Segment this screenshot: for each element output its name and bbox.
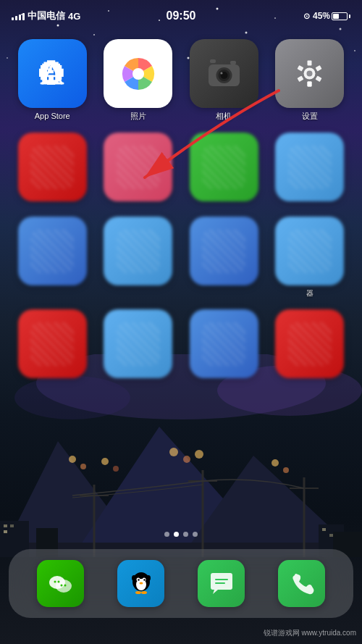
svg-point-20 xyxy=(272,459,279,467)
app-row4-2-icon xyxy=(104,309,172,378)
svg-point-87 xyxy=(132,575,136,581)
carrier-name: 中国电信 xyxy=(28,9,65,22)
svg-point-86 xyxy=(139,582,143,584)
svg-point-90 xyxy=(141,591,147,594)
app-row2-3-icon xyxy=(190,133,258,201)
status-right: ⊙ 45% xyxy=(303,11,350,21)
battery-fill xyxy=(333,14,339,19)
app-row3-3-icon xyxy=(190,217,258,285)
svg-rect-71 xyxy=(298,75,304,82)
appstore-svg: 🅐 xyxy=(34,56,70,92)
svg-rect-29 xyxy=(322,528,326,531)
app-row4-4[interactable] xyxy=(271,309,350,382)
app-row3-3[interactable] xyxy=(185,217,264,298)
svg-point-84 xyxy=(138,579,139,580)
page-dot-1 xyxy=(164,532,169,537)
battery-tip xyxy=(349,14,350,18)
settings-label: 设置 xyxy=(302,112,318,121)
app-row4-1[interactable] xyxy=(13,309,92,382)
status-bar: 中国电信 4G 09:50 ⊙ 45% xyxy=(0,0,362,32)
app-camera[interactable]: 相机 xyxy=(185,39,264,121)
app-row2-4-icon xyxy=(275,133,344,201)
signal-bar-1 xyxy=(12,17,14,20)
svg-point-14 xyxy=(80,464,86,469)
app-row2-1-icon xyxy=(18,133,87,201)
svg-point-85 xyxy=(143,579,145,580)
svg-rect-68 xyxy=(316,65,322,72)
watermark-text: 锐谱游戏网 www.ytruida.com xyxy=(264,629,356,637)
app-appstore[interactable]: 🅐 App Store xyxy=(13,39,92,121)
wechat-svg xyxy=(46,569,75,598)
svg-point-65 xyxy=(307,71,313,77)
app-row2-3[interactable] xyxy=(185,133,264,205)
page-dot-3 xyxy=(183,532,188,537)
svg-point-61 xyxy=(220,72,222,75)
svg-point-17 xyxy=(169,448,178,456)
photos-icon xyxy=(104,39,172,108)
battery-percent: 45% xyxy=(313,11,330,21)
app-row2-4[interactable] xyxy=(271,133,350,205)
app-photos[interactable]: 照片 xyxy=(99,39,178,121)
app-grid: 🅐 App Store xyxy=(0,32,362,389)
watermark: 锐谱游戏网 www.ytruida.com xyxy=(264,628,356,638)
signal-bars xyxy=(12,12,25,20)
dock-qq[interactable] xyxy=(117,560,164,607)
page-dot-4 xyxy=(193,532,198,537)
status-time: 09:50 xyxy=(167,9,196,22)
signal-bar-3 xyxy=(19,14,21,20)
svg-rect-27 xyxy=(10,524,14,527)
app-row3-4[interactable]: 器 xyxy=(271,217,350,298)
dock-phone[interactable] xyxy=(278,560,325,607)
messages-svg xyxy=(207,569,236,598)
app-row4-3[interactable] xyxy=(185,309,264,382)
svg-point-21 xyxy=(283,467,289,473)
svg-rect-26 xyxy=(4,524,7,527)
svg-point-76 xyxy=(54,580,56,582)
dock-messages[interactable] xyxy=(198,560,245,607)
svg-point-77 xyxy=(57,580,59,582)
status-carrier: 中国电信 4G xyxy=(12,9,80,22)
qq-icon xyxy=(117,560,164,607)
dock-wechat[interactable] xyxy=(37,560,84,607)
settings-icon xyxy=(275,39,344,108)
svg-point-16 xyxy=(113,466,119,472)
app-row3-1[interactable] xyxy=(13,217,92,298)
dock xyxy=(9,549,353,618)
svg-rect-62 xyxy=(210,59,216,63)
camera-svg xyxy=(204,54,244,93)
battery-body xyxy=(332,12,348,20)
svg-rect-70 xyxy=(308,82,312,87)
svg-point-56 xyxy=(132,68,144,80)
svg-point-13 xyxy=(69,456,76,463)
app-row4-3-icon xyxy=(190,309,258,378)
svg-point-78 xyxy=(60,584,62,586)
svg-rect-72 xyxy=(298,65,304,72)
camera-label: 相机 xyxy=(216,112,232,121)
photos-label: 照片 xyxy=(130,112,146,121)
svg-rect-66 xyxy=(308,61,312,66)
app-row2-2[interactable] xyxy=(99,133,178,205)
qq-svg xyxy=(126,569,156,599)
app-row3-2-icon xyxy=(104,217,172,285)
app-row3-2[interactable] xyxy=(99,217,178,298)
app-row4-1-icon xyxy=(18,309,87,378)
svg-point-15 xyxy=(101,458,109,465)
app-row4-2[interactable] xyxy=(99,309,178,382)
svg-point-88 xyxy=(146,575,151,581)
wechat-icon xyxy=(37,560,84,607)
svg-rect-63 xyxy=(230,61,236,64)
page-dots xyxy=(0,532,362,537)
messages-icon xyxy=(198,560,245,607)
page-dot-2 xyxy=(174,532,179,537)
app-settings[interactable]: 设置 xyxy=(271,39,350,121)
appstore-label: App Store xyxy=(35,112,70,121)
app-row2-1[interactable] xyxy=(13,133,92,205)
signal-bar-4 xyxy=(22,13,25,20)
signal-bar-2 xyxy=(15,16,17,20)
svg-point-79 xyxy=(64,584,66,586)
photos-svg xyxy=(117,52,160,96)
svg-rect-69 xyxy=(316,75,322,82)
appstore-icon: 🅐 xyxy=(18,39,87,108)
svg-point-19 xyxy=(195,450,203,459)
app-row3-4-icon xyxy=(275,217,344,285)
